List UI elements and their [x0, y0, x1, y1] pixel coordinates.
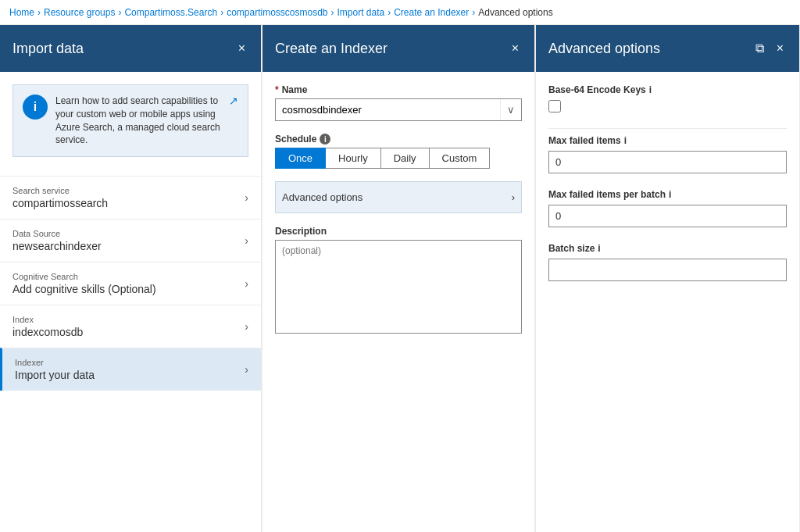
- nav-label-index: Index: [12, 315, 83, 324]
- nav-label-cognitive: Cognitive Search: [12, 272, 156, 281]
- info-icon: i: [23, 95, 48, 120]
- breadcrumb: Home › Resource groups › Compartimoss.Se…: [0, 0, 800, 25]
- panel2-content: * Name ∨ Schedule i Once Hourly Daily: [262, 72, 534, 532]
- batch-size-label: Batch size i: [548, 243, 787, 254]
- breadcrumb-home[interactable]: Home: [9, 7, 34, 18]
- max-failed-input[interactable]: [548, 151, 787, 173]
- max-failed-label-text: Max failed items: [548, 135, 621, 146]
- name-input[interactable]: [276, 99, 500, 120]
- breadcrumb-import[interactable]: Import data: [338, 7, 385, 18]
- schedule-label-text: Schedule: [275, 134, 316, 145]
- base64-checkbox[interactable]: [548, 100, 561, 112]
- batch-size-label-text: Batch size: [548, 243, 595, 254]
- breadcrumb-rg[interactable]: Resource groups: [44, 7, 115, 18]
- nav-label-datasource: Data Source: [12, 229, 102, 238]
- import-data-panel: Import data × i ↗ Learn how to add searc…: [0, 25, 262, 532]
- schedule-field-group: Schedule i Once Hourly Daily Custom: [275, 134, 522, 169]
- description-field-group: Description: [275, 226, 522, 336]
- panel3-header-icons: ⧉ ×: [752, 40, 787, 57]
- nav-value-indexer: Import your data: [15, 369, 95, 381]
- nav-item-search-service[interactable]: Search service compartimossearch ›: [0, 176, 261, 219]
- nav-item-cognitive-search[interactable]: Cognitive Search Add cognitive skills (O…: [0, 262, 261, 305]
- panel1-close-button[interactable]: ×: [235, 40, 248, 57]
- batch-size-field: Batch size i: [548, 243, 787, 281]
- chevron-right-icon: ›: [245, 234, 248, 247]
- panel2-header: Create an Indexer ×: [262, 25, 534, 72]
- advanced-options-label: Advanced options: [282, 191, 362, 203]
- panel2-close-button[interactable]: ×: [509, 40, 522, 57]
- info-box: i ↗ Learn how to add search capabilities…: [12, 84, 248, 157]
- nav-value-cognitive: Add cognitive skills (Optional): [12, 283, 156, 295]
- panel2-header-icons: ×: [509, 40, 522, 57]
- required-star: *: [275, 84, 279, 95]
- max-failed-batch-input[interactable]: [548, 205, 787, 227]
- panel3-content: Base-64 Encode Keys i Max failed items i: [536, 72, 799, 532]
- schedule-label: Schedule i: [275, 134, 522, 145]
- external-link-icon[interactable]: ↗: [229, 95, 238, 107]
- max-failed-info-icon: i: [624, 135, 627, 146]
- base64-info-icon: i: [649, 84, 652, 95]
- panel1-header-icons: ×: [235, 40, 248, 57]
- breadcrumb-advanced: Advanced options: [478, 7, 552, 18]
- description-textarea[interactable]: [275, 240, 522, 334]
- panel2-title: Create an Indexer: [275, 41, 388, 57]
- name-label-text: Name: [282, 84, 308, 95]
- nav-value-index: indexcomosdb: [12, 326, 83, 338]
- advanced-options-row[interactable]: Advanced options ›: [275, 181, 522, 213]
- breadcrumb-cosmos[interactable]: compartimosscosmosdb: [227, 7, 327, 18]
- nav-value-search: compartimossearch: [12, 197, 108, 209]
- nav-label-indexer: Indexer: [15, 358, 95, 367]
- nav-items: Search service compartimossearch › Data …: [0, 176, 261, 391]
- base64-checkbox-row: [548, 100, 787, 112]
- base64-label: Base-64 Encode Keys i: [548, 84, 787, 95]
- breadcrumb-search[interactable]: Compartimoss.Search: [124, 7, 217, 18]
- batch-size-info-icon: i: [598, 243, 600, 254]
- nav-value-datasource: newsearchindexer: [12, 240, 102, 252]
- nav-label-search: Search service: [12, 186, 108, 195]
- schedule-custom-button[interactable]: Custom: [429, 148, 491, 169]
- description-label: Description: [275, 226, 522, 237]
- max-failed-label: Max failed items i: [548, 135, 787, 146]
- create-indexer-panel: Create an Indexer × * Name ∨ Schedu: [262, 25, 535, 532]
- nav-item-indexer[interactable]: Indexer Import your data ›: [0, 348, 261, 391]
- max-failed-batch-info-icon: i: [669, 189, 671, 200]
- panel3-restore-button[interactable]: ⧉: [752, 40, 767, 57]
- name-label: * Name: [275, 84, 522, 95]
- name-field-group: * Name ∨: [275, 84, 522, 121]
- chevron-right-icon: ›: [245, 320, 248, 333]
- chevron-right-icon: ›: [245, 363, 248, 376]
- max-failed-field: Max failed items i: [548, 135, 787, 173]
- divider-1: [548, 128, 787, 129]
- batch-size-input[interactable]: [548, 259, 787, 281]
- max-failed-batch-label-text: Max failed items per batch: [548, 189, 666, 200]
- advanced-options-panel: Advanced options ⧉ × Base-64 Encode Keys…: [535, 25, 800, 532]
- info-text: Learn how to add search capabilities to …: [55, 95, 238, 147]
- schedule-info-icon: i: [320, 134, 330, 145]
- panel3-header: Advanced options ⧉ ×: [536, 25, 799, 72]
- base64-field: Base-64 Encode Keys i: [548, 84, 787, 112]
- advanced-options-chevron-icon: ›: [512, 191, 515, 203]
- schedule-buttons: Once Hourly Daily Custom: [275, 148, 522, 169]
- panel3-close-button[interactable]: ×: [773, 40, 787, 57]
- nav-item-data-source[interactable]: Data Source newsearchindexer ›: [0, 219, 261, 262]
- max-failed-batch-label: Max failed items per batch i: [548, 189, 787, 200]
- name-input-container: ∨: [275, 98, 522, 121]
- schedule-once-button[interactable]: Once: [275, 148, 326, 169]
- panel1-header: Import data ×: [0, 25, 261, 72]
- chevron-right-icon: ›: [245, 277, 248, 290]
- panel1-title: Import data: [12, 41, 84, 57]
- chevron-right-icon: ›: [245, 191, 248, 204]
- schedule-daily-button[interactable]: Daily: [380, 148, 430, 169]
- panel3-title: Advanced options: [548, 41, 660, 57]
- nav-item-index[interactable]: Index indexcomosdb ›: [0, 305, 261, 348]
- base64-label-text: Base-64 Encode Keys: [548, 84, 646, 95]
- max-failed-batch-field: Max failed items per batch i: [548, 189, 787, 227]
- schedule-hourly-button[interactable]: Hourly: [325, 148, 381, 169]
- dropdown-arrow-icon[interactable]: ∨: [500, 99, 521, 120]
- breadcrumb-indexer[interactable]: Create an Indexer: [394, 7, 469, 18]
